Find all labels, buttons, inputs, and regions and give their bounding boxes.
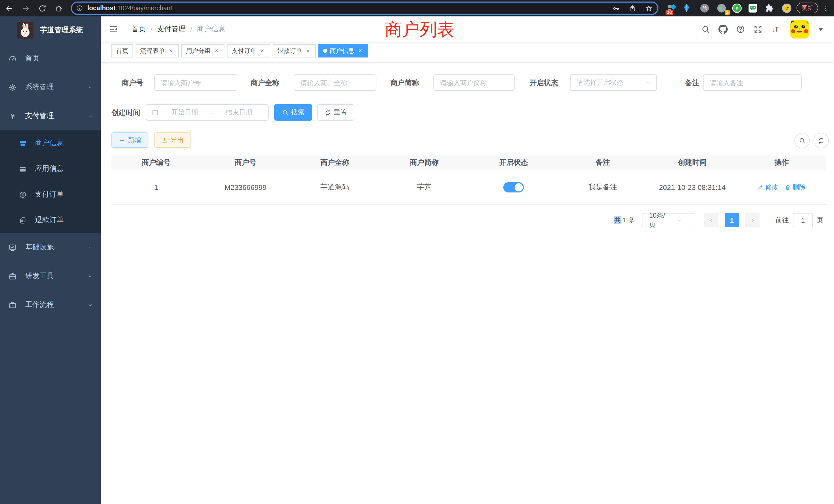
extension-command-icon[interactable]: ⌘	[699, 3, 710, 14]
goto-label: 前往	[775, 213, 789, 227]
refresh-table-button[interactable]	[813, 133, 829, 148]
next-page-button[interactable]	[745, 213, 760, 227]
remark-input[interactable]	[703, 74, 802, 91]
breadcrumb-item[interactable]: 首页	[131, 25, 146, 34]
bookmark-star-icon[interactable]	[645, 4, 653, 12]
prev-page-button[interactable]	[704, 213, 719, 227]
sidebar-item-支付管理[interactable]: ￥支付管理	[0, 101, 101, 130]
create-time-range-picker[interactable]: 开始日期 - 结束日期	[146, 104, 269, 121]
profile-emoji-icon[interactable]	[781, 3, 792, 14]
tab-close-icon[interactable]: ×	[357, 45, 364, 57]
sidebar-item-退款订单[interactable]: 退款订单	[0, 207, 101, 233]
extension-avatar-badge: 1	[725, 10, 730, 16]
chevron-down-icon	[87, 85, 93, 90]
app-logo[interactable]: 芋道管理系统	[0, 17, 101, 44]
search-button[interactable]: 搜索	[274, 104, 312, 121]
extension-chat-icon[interactable]	[747, 3, 759, 14]
sidebar-item-label: 工作流程	[25, 300, 54, 310]
status-select[interactable]: 请选择开启状态	[570, 74, 657, 91]
merchant-no-input[interactable]	[154, 74, 237, 91]
sidebar-submenu: 商户信息应用信息支付订单退款订单	[0, 130, 101, 233]
delete-link[interactable]: 删除	[785, 183, 806, 192]
address-bar[interactable]: localhost :1024/pay/merchant	[71, 2, 658, 15]
tab-close-icon[interactable]: ×	[305, 45, 311, 57]
sidebar-item-label: 应用信息	[35, 164, 64, 174]
filter-create-time-label: 创建时间	[111, 104, 140, 121]
date-start-placeholder: 开始日期	[160, 108, 210, 117]
extensions-puzzle-icon[interactable]	[764, 3, 775, 14]
font-size-icon[interactable]: tT	[771, 25, 780, 34]
table-header-cell: 备注	[558, 156, 648, 170]
full-name-input[interactable]	[294, 74, 376, 91]
user-avatar[interactable]	[790, 20, 809, 39]
trash-icon	[785, 184, 791, 190]
github-icon[interactable]	[719, 25, 728, 34]
reset-button[interactable]: 重置	[317, 104, 354, 121]
table-header-cell: 开启状态	[469, 156, 558, 170]
hamburger-icon[interactable]	[108, 24, 119, 35]
active-tab-dot	[323, 49, 327, 53]
tab-退款订单[interactable]: 退款订单×	[273, 44, 316, 58]
page-number-button[interactable]: 1	[725, 213, 739, 227]
tab-首页[interactable]: 首页	[111, 44, 133, 58]
breadcrumb: 首页 / 支付管理 / 商户信息	[131, 25, 226, 34]
extension-diamond-icon[interactable]: 10	[666, 3, 678, 14]
sidebar-menu: 首页系统管理￥支付管理商户信息应用信息支付订单退款订单基础设施研发工具工作流程	[0, 44, 101, 319]
browser-forward-icon[interactable]	[20, 2, 32, 14]
help-icon[interactable]	[736, 25, 745, 34]
sidebar-item-研发工具[interactable]: 研发工具	[0, 262, 101, 291]
chevron-down-icon	[87, 273, 93, 279]
svg-text:￥: ￥	[9, 112, 16, 120]
toggle-search-button[interactable]	[794, 133, 810, 148]
sidebar-item-label: 支付订单	[35, 190, 64, 199]
sidebar-item-基础设施[interactable]: 基础设施	[0, 233, 101, 262]
tab-流程表单[interactable]: 流程表单×	[136, 44, 179, 58]
url-host: localhost	[87, 5, 115, 12]
sidebar-item-label: 首页	[25, 54, 40, 63]
page-size-select[interactable]: 10条/页	[642, 213, 694, 227]
avatar-caret-icon[interactable]	[818, 28, 823, 31]
merchant-table: 商户编号商户号商户全称商户简称开启状态备注创建时间操作 1M233666999芋…	[111, 156, 826, 205]
browser-reload-icon[interactable]	[36, 2, 48, 14]
sidebar-item-系统管理[interactable]: 系统管理	[0, 73, 101, 101]
browser-back-icon[interactable]	[3, 2, 16, 14]
short-name-input[interactable]	[434, 74, 514, 91]
filter-status-label: 开启状态	[529, 74, 558, 91]
breadcrumb-item[interactable]: 支付管理	[157, 25, 185, 34]
site-info-icon[interactable]	[76, 5, 83, 12]
extension-gem-icon[interactable]	[681, 3, 692, 14]
extension-y-icon[interactable]: Y	[731, 3, 743, 14]
add-button[interactable]: 新增	[111, 132, 148, 148]
chevron-down-icon	[87, 245, 93, 250]
export-button[interactable]: 导出	[154, 132, 191, 148]
password-key-icon[interactable]	[612, 4, 620, 12]
browser-update-button[interactable]: 更新	[796, 3, 818, 13]
url-path: :1024/pay/merchant	[115, 5, 172, 12]
share-icon[interactable]	[629, 4, 636, 12]
extension-avatar-icon[interactable]: 1	[716, 3, 727, 14]
sidebar-item-首页[interactable]: 首页	[0, 44, 101, 73]
document-icon	[19, 216, 27, 224]
browser-menu-icon[interactable]	[822, 3, 829, 14]
sidebar-item-商户信息[interactable]: 商户信息	[0, 130, 101, 156]
sidebar-item-工作流程[interactable]: 工作流程	[0, 291, 101, 319]
tab-用户分组[interactable]: 用户分组×	[181, 44, 224, 58]
search-icon[interactable]	[701, 25, 710, 34]
sidebar-item-label: 研发工具	[25, 272, 54, 281]
fullscreen-icon[interactable]	[753, 25, 763, 34]
table-header-row: 商户编号商户号商户全称商户简称开启状态备注创建时间操作	[111, 156, 826, 170]
tab-支付订单[interactable]: 支付订单×	[227, 44, 270, 58]
status-toggle[interactable]	[503, 182, 524, 192]
table-row: 1M233666999芋道源码芋艿我是备注2021-10-23 08:31:14…	[111, 170, 826, 205]
tab-close-icon[interactable]: ×	[213, 45, 220, 57]
sidebar-item-支付订单[interactable]: 支付订单	[0, 182, 101, 207]
sidebar-item-应用信息[interactable]: 应用信息	[0, 156, 101, 182]
tab-close-icon[interactable]: ×	[168, 45, 174, 57]
goto-page-input[interactable]	[793, 213, 813, 227]
tab-商户信息[interactable]: 商户信息×	[319, 44, 368, 58]
tab-close-icon[interactable]: ×	[259, 45, 265, 57]
edit-link[interactable]: 修改	[758, 183, 778, 192]
browser-home-icon[interactable]	[52, 2, 65, 14]
edit-icon	[758, 184, 764, 190]
sidebar-item-label: 基础设施	[25, 243, 54, 252]
